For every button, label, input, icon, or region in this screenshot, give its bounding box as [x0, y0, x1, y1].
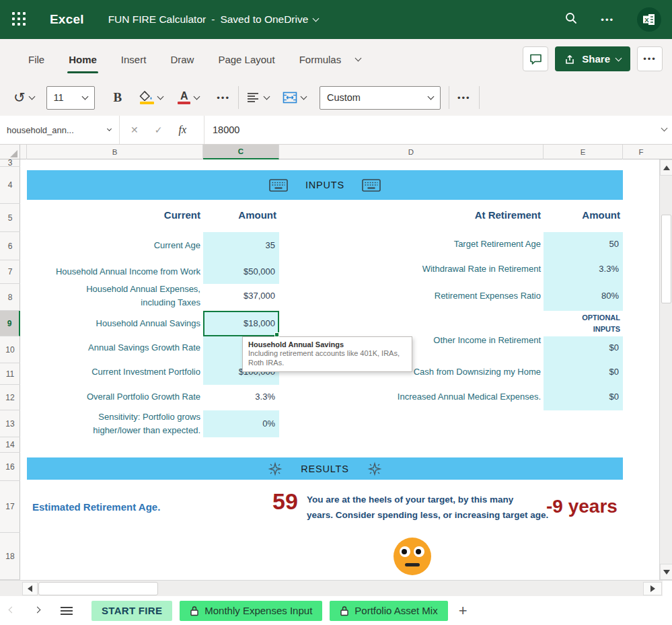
cell-label[interactable]: Withdrawal Rate in Retirement	[336, 262, 541, 276]
cell-label[interactable]: Household Annual Expenses, including Tax…	[52, 283, 200, 309]
cell-value[interactable]: 80%	[545, 289, 619, 303]
row-header-4[interactable]: 4	[0, 167, 20, 204]
horizontal-scrollbar[interactable]	[0, 580, 672, 596]
estimated-age-value[interactable]: 59	[272, 488, 298, 515]
prev-sheet-chevron-icon[interactable]	[3, 610, 20, 612]
row-header-13[interactable]: 13	[0, 410, 20, 437]
selected-cell[interactable]	[203, 311, 279, 336]
font-more-icon[interactable]: •••	[217, 93, 230, 103]
row-header-18[interactable]: 18	[0, 533, 20, 580]
ribbon-more-button[interactable]: •••	[637, 46, 663, 71]
scroll-down-button[interactable]	[660, 564, 672, 580]
fill-color-button[interactable]	[139, 91, 163, 104]
document-title[interactable]: FUN FIRE Calculator - Saved to OneDrive	[108, 13, 319, 26]
next-sheet-chevron-icon[interactable]	[28, 610, 46, 612]
cell-label[interactable]: Current Investment Portfolio	[27, 365, 200, 379]
column-header-a[interactable]	[20, 145, 27, 159]
scroll-left-button[interactable]	[22, 582, 38, 595]
cell-label[interactable]: Increased Annual Medical Expenses.	[336, 390, 541, 404]
insert-function-icon[interactable]: fx	[178, 124, 186, 136]
sheet-tab-monthly-expenses[interactable]: Monthly Expenses Input	[180, 601, 322, 621]
app-launcher-icon[interactable]	[12, 12, 27, 27]
row-header-17[interactable]: 17	[0, 481, 20, 533]
estimated-retirement-age-label[interactable]: Estimated Retirement Age.	[32, 501, 160, 513]
row-header-6[interactable]: 6	[0, 232, 20, 260]
cell-value[interactable]: 50	[545, 237, 619, 251]
row-header-3[interactable]: 3	[0, 159, 20, 167]
tab-formulas[interactable]: Formulas	[287, 47, 354, 72]
excel-app-icon[interactable]: X	[637, 7, 661, 32]
cell-label[interactable]: Household Annual Income from Work	[27, 265, 200, 279]
formula-input[interactable]: 18000	[204, 124, 239, 135]
cell-value[interactable]: 0%	[204, 417, 275, 431]
row-header-10[interactable]: 10	[0, 336, 20, 363]
row-header-8[interactable]: 8	[0, 284, 20, 311]
column-header-c[interactable]: C	[203, 145, 279, 159]
all-sheets-menu-icon[interactable]	[61, 607, 73, 615]
cell-label[interactable]: Sensitivity: Portfolio grows higher/lowe…	[52, 410, 200, 437]
chevron-down-icon[interactable]	[313, 15, 320, 22]
row-header-11[interactable]: 11	[0, 363, 20, 385]
comments-button[interactable]	[523, 46, 548, 71]
inputs-section-bar[interactable]: INPUTS	[27, 170, 623, 200]
select-all-corner[interactable]	[0, 145, 20, 159]
cell-value[interactable]: $37,000	[204, 289, 275, 303]
row-header-12[interactable]: 12	[0, 385, 20, 410]
cell-label[interactable]: Annual Savings Growth Rate	[27, 341, 200, 355]
at-retirement-header[interactable]: At Retirement	[397, 209, 541, 222]
vertical-scrollbar[interactable]	[659, 159, 672, 580]
font-size-select[interactable]: 11	[46, 86, 95, 110]
tab-file[interactable]: File	[16, 47, 57, 72]
column-header-f[interactable]: F	[623, 145, 659, 159]
cell-value[interactable]: $0	[545, 365, 619, 379]
search-icon[interactable]	[564, 11, 578, 28]
cell-value[interactable]: 3.3%	[204, 390, 275, 404]
column-header-e[interactable]: E	[544, 145, 623, 159]
horizontal-scroll-thumb[interactable]	[38, 582, 158, 595]
scroll-up-button[interactable]	[660, 159, 672, 176]
undo-button[interactable]: ↺	[13, 91, 34, 105]
sheet-canvas[interactable]: INPUTS Current Amount At Retirement Amou…	[20, 159, 659, 580]
cell-value[interactable]: 35	[204, 239, 275, 252]
vertical-scroll-thumb[interactable]	[661, 215, 671, 303]
font-color-button[interactable]: A	[178, 91, 199, 104]
row-header-16[interactable]: 16	[0, 453, 20, 481]
cell-value[interactable]: $50,000	[204, 265, 275, 279]
number-format-select[interactable]: Custom	[320, 86, 441, 110]
column-header-b[interactable]: B	[27, 145, 203, 159]
bold-button[interactable]: B	[114, 90, 122, 105]
more-tabs-chevron-icon[interactable]	[355, 55, 362, 62]
cell-label[interactable]: Retirement Expenses Ratio	[336, 289, 541, 303]
row-header-9[interactable]: 9	[0, 311, 20, 336]
cell-value[interactable]: 3.3%	[545, 262, 619, 276]
cancel-icon[interactable]: ✕	[130, 124, 139, 135]
cell-label[interactable]: Current Age	[27, 239, 200, 252]
cell-label[interactable]: Target Retirement Age	[336, 237, 541, 251]
results-section-bar[interactable]: RESULTS	[27, 457, 623, 480]
fill-handle[interactable]	[274, 332, 279, 337]
tab-draw[interactable]: Draw	[158, 47, 206, 72]
alignment-button[interactable]	[247, 92, 269, 103]
row-header-7[interactable]: 7	[0, 260, 20, 284]
expand-formula-bar-chevron-icon[interactable]	[661, 125, 668, 132]
cell-label[interactable]: Household Annual Savings	[27, 317, 200, 330]
column-header-d[interactable]: D	[279, 145, 544, 159]
tab-home[interactable]: Home	[57, 47, 109, 72]
cell-value[interactable]: $0	[545, 341, 619, 355]
sheet-tab-start-fire[interactable]: START FIRE	[91, 601, 172, 621]
row-header-14[interactable]: 14	[0, 437, 20, 453]
enter-icon[interactable]: ✓	[155, 124, 163, 135]
row-header-5[interactable]: 5	[0, 204, 20, 232]
more-options-icon[interactable]: •••	[601, 15, 614, 24]
scroll-right-button[interactable]	[643, 582, 662, 595]
current-header[interactable]: Current	[94, 209, 200, 222]
cell-label[interactable]: Overall Portfolio Growth Rate	[27, 390, 200, 404]
share-button[interactable]: Share	[555, 46, 630, 71]
tab-page-layout[interactable]: Page Layout	[206, 47, 287, 72]
name-box[interactable]: household_ann...	[0, 116, 120, 144]
years-delta-value[interactable]: -9 years	[546, 496, 618, 517]
tab-insert[interactable]: Insert	[109, 47, 159, 72]
cell-value[interactable]: $0	[545, 390, 619, 404]
amount-header-left[interactable]: Amount	[202, 209, 276, 222]
amount-header-right[interactable]: Amount	[545, 209, 620, 222]
